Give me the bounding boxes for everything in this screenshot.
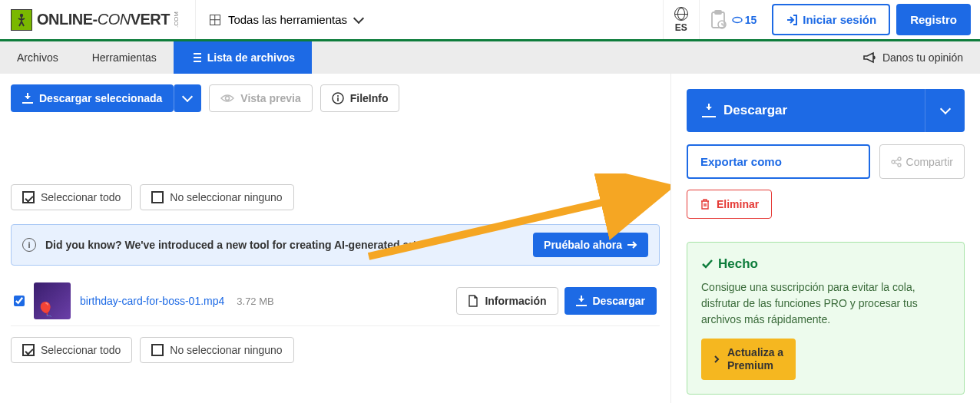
check-icon (701, 259, 713, 269)
checkbox-empty-icon (151, 344, 164, 356)
register-button[interactable]: Registro (896, 4, 971, 35)
file-name-link[interactable]: birthday-card-for-boss-01.mp4 (80, 295, 224, 307)
download-icon (576, 296, 587, 306)
download-button[interactable]: Descargar (687, 89, 925, 132)
export-as-button[interactable]: Exportar como (687, 144, 870, 179)
selection-row-bottom: Seleccionar todo No seleccionar ninguno (11, 334, 660, 366)
preview-button: Vista previa (209, 84, 312, 112)
language-selector[interactable]: ES (663, 0, 699, 39)
content: Descargar seleccionada Vista previa File… (0, 74, 980, 403)
svg-point-0 (20, 13, 23, 16)
upgrade-premium-button[interactable]: Actualiza a Premium (701, 339, 796, 380)
download-selected-dropdown[interactable] (174, 84, 201, 112)
svg-point-12 (898, 164, 901, 167)
select-none-button[interactable]: No seleccionar ninguno (140, 184, 293, 210)
tab-tools[interactable]: Herramientas (75, 41, 174, 74)
checkbox-checked-icon (22, 191, 35, 203)
file-row: birthday-card-for-boss-01.mp4 3.72 MB In… (11, 276, 660, 326)
coin-icon (732, 16, 743, 24)
language-label: ES (675, 22, 687, 33)
list-icon (190, 53, 201, 62)
tab-bar: Archivos Herramientas Lista de archivos … (0, 41, 980, 74)
chevron-down-icon (353, 12, 364, 23)
history-credits[interactable]: 15 (699, 0, 766, 39)
share-button: Compartir (879, 144, 965, 179)
trash-icon (700, 198, 710, 210)
download-icon (22, 93, 33, 104)
login-label: Iniciar sesión (803, 13, 876, 26)
side-row-export: Exportar como Compartir (687, 144, 965, 179)
checkbox-checked-icon (22, 344, 35, 356)
svg-rect-8 (337, 97, 339, 101)
header: ONLINE-CONVERT .COM Todas las herramient… (0, 0, 980, 41)
tab-files[interactable]: Archivos (0, 41, 75, 74)
info-banner: i Did you know? We've introduced a new t… (11, 224, 660, 266)
download-selected-button[interactable]: Descargar seleccionada (11, 84, 174, 112)
done-text: Consigue una suscripción para evitar la … (701, 279, 950, 328)
checkbox-empty-icon (151, 191, 164, 203)
file-size: 3.72 MB (237, 296, 273, 307)
logo-text: ONLINE-CONVERT (37, 11, 170, 28)
svg-point-5 (226, 97, 230, 101)
arrow-right-icon (627, 240, 637, 249)
logo[interactable]: ONLINE-CONVERT .COM (0, 9, 195, 31)
file-download-button[interactable]: Descargar (564, 287, 657, 315)
credits-count: 15 (732, 14, 757, 26)
done-title: Hecho (701, 256, 950, 272)
download-dropdown[interactable] (925, 89, 965, 132)
feedback-link[interactable]: Danos tu opinión (846, 41, 980, 74)
grid-icon (210, 15, 220, 25)
megaphone-icon (862, 51, 876, 64)
file-info-button[interactable]: Información (456, 287, 558, 315)
logo-suffix: .COM (173, 12, 180, 28)
globe-icon (674, 7, 688, 21)
tab-file-list[interactable]: Lista de archivos (174, 41, 312, 74)
chevron-down-icon (182, 91, 193, 102)
file-thumbnail[interactable] (34, 282, 71, 319)
clipboard-icon (709, 10, 727, 30)
side-download: Descargar (687, 89, 965, 132)
eye-icon (220, 94, 234, 103)
svg-point-11 (898, 157, 901, 160)
fileinfo-button[interactable]: FileInfo (320, 84, 400, 112)
chevron-down-icon (939, 104, 950, 114)
login-button[interactable]: Iniciar sesión (772, 4, 890, 35)
login-icon (786, 14, 798, 26)
register-label: Registro (910, 13, 957, 26)
all-tools-dropdown[interactable]: Todas las herramientas (195, 0, 376, 39)
main-panel: Descargar seleccionada Vista previa File… (0, 74, 671, 403)
chevron-right-icon (713, 355, 720, 364)
download-icon (702, 104, 716, 117)
toolbar: Descargar seleccionada Vista previa File… (11, 84, 660, 112)
svg-point-4 (733, 17, 742, 22)
delete-button[interactable]: Eliminar (687, 190, 772, 219)
try-now-button[interactable]: Pruébalo ahora (533, 233, 648, 257)
done-box: Hecho Consigue una suscripción para evit… (687, 242, 965, 395)
selection-row-top: Seleccionar todo No seleccionar ninguno (11, 181, 660, 213)
file-checkbox[interactable] (14, 296, 25, 306)
side-panel: Descargar Exportar como Compartir Elimin… (671, 74, 980, 403)
banner-text: Did you know? We've introduced a new too… (45, 239, 524, 251)
select-none-button[interactable]: No seleccionar ninguno (140, 337, 293, 363)
select-all-button[interactable]: Seleccionar todo (11, 184, 132, 210)
select-all-button[interactable]: Seleccionar todo (11, 337, 132, 363)
logo-icon (11, 9, 32, 31)
share-icon (891, 157, 902, 167)
svg-point-10 (892, 160, 895, 164)
info-icon: i (22, 238, 36, 252)
svg-point-7 (337, 95, 339, 97)
info-icon (332, 92, 344, 104)
document-icon (468, 295, 478, 307)
all-tools-label: Todas las herramientas (228, 13, 347, 26)
